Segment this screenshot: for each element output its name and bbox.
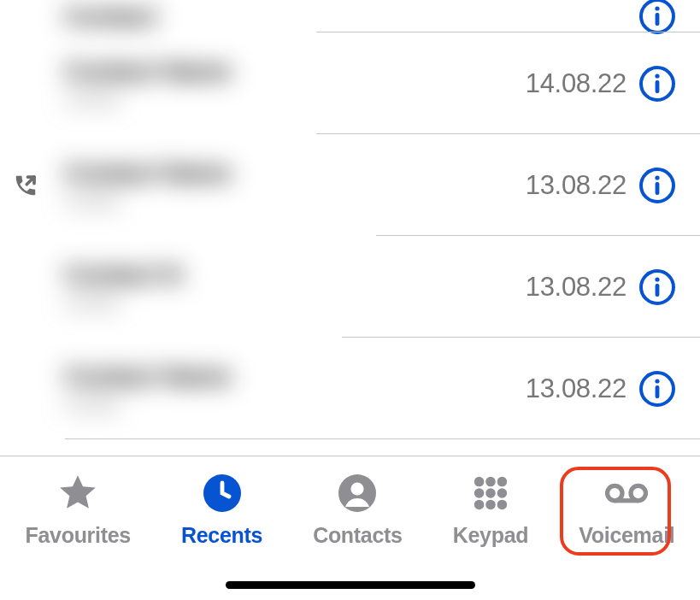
tab-label: Voicemail bbox=[579, 523, 674, 548]
svg-point-24 bbox=[474, 500, 485, 510]
svg-point-21 bbox=[474, 488, 485, 498]
svg-point-13 bbox=[655, 379, 659, 383]
call-row[interactable]: Contact Name mobile 13.08.22 bbox=[0, 338, 700, 439]
svg-rect-5 bbox=[656, 80, 660, 93]
tab-voicemail[interactable]: Voicemail bbox=[579, 472, 674, 600]
call-meta: 13.08.22 bbox=[526, 268, 700, 306]
svg-point-10 bbox=[655, 277, 659, 281]
contact-subtext: mobile bbox=[64, 292, 526, 315]
call-date: 13.08.22 bbox=[526, 374, 626, 404]
info-icon[interactable] bbox=[638, 0, 676, 35]
call-row[interactable]: Contact Name mobile 13.08.22 bbox=[0, 134, 700, 236]
contact-name: Contact N bbox=[64, 260, 526, 289]
tab-label: Recents bbox=[181, 523, 262, 548]
svg-rect-2 bbox=[656, 13, 660, 26]
contact-name: Contact bbox=[64, 2, 626, 31]
tab-label: Contacts bbox=[313, 523, 403, 548]
svg-point-17 bbox=[351, 482, 364, 495]
recents-list: Contact Contact Name mobile 14.08.22 bbox=[0, 0, 700, 456]
svg-rect-11 bbox=[656, 284, 660, 297]
voicemail-icon bbox=[605, 472, 648, 515]
svg-point-1 bbox=[655, 6, 659, 10]
info-icon[interactable] bbox=[638, 268, 676, 306]
call-row[interactable]: Contact N mobile 13.08.22 bbox=[0, 236, 700, 338]
divider bbox=[65, 438, 700, 439]
tab-label: Favourites bbox=[26, 523, 131, 548]
clock-icon bbox=[201, 472, 244, 515]
contact-name: Contact Name bbox=[64, 56, 526, 85]
call-date: 14.08.22 bbox=[526, 68, 626, 99]
outgoing-indicator-slot bbox=[0, 173, 51, 198]
info-icon[interactable] bbox=[638, 370, 676, 408]
call-row[interactable]: Contact Name mobile 14.08.22 bbox=[0, 32, 700, 134]
tab-bar: Favourites Recents Contacts Keypad bbox=[0, 456, 700, 600]
call-meta: 13.08.22 bbox=[526, 370, 700, 408]
tab-favourites[interactable]: Favourites bbox=[26, 472, 131, 600]
svg-point-18 bbox=[474, 477, 485, 487]
svg-point-25 bbox=[485, 500, 496, 510]
contact-name: Contact Name bbox=[64, 158, 526, 187]
call-row[interactable]: Contact bbox=[0, 0, 700, 32]
svg-point-20 bbox=[497, 477, 508, 487]
contact-name: Contact Name bbox=[64, 362, 526, 391]
svg-point-22 bbox=[485, 488, 496, 498]
person-icon bbox=[336, 472, 379, 515]
call-contact-blurred: Contact Name mobile bbox=[51, 362, 526, 416]
call-meta: 13.08.22 bbox=[526, 167, 700, 204]
call-contact-blurred: Contact Name mobile bbox=[51, 158, 526, 213]
call-contact-blurred: Contact bbox=[51, 2, 626, 31]
svg-rect-8 bbox=[656, 182, 660, 195]
svg-point-4 bbox=[655, 74, 659, 78]
contact-subtext: mobile bbox=[64, 191, 526, 213]
svg-point-19 bbox=[485, 477, 496, 487]
svg-point-7 bbox=[655, 175, 659, 179]
svg-point-23 bbox=[497, 488, 508, 498]
call-meta bbox=[626, 0, 700, 35]
contact-subtext: mobile bbox=[64, 89, 526, 111]
call-contact-blurred: Contact Name mobile bbox=[51, 56, 526, 111]
star-icon bbox=[56, 472, 99, 515]
tab-label: Keypad bbox=[453, 523, 529, 548]
info-icon[interactable] bbox=[638, 167, 676, 204]
keypad-icon bbox=[469, 472, 512, 515]
info-icon[interactable] bbox=[638, 65, 676, 103]
call-meta: 14.08.22 bbox=[526, 65, 700, 103]
contact-subtext: mobile bbox=[64, 394, 526, 416]
home-indicator[interactable] bbox=[226, 581, 475, 589]
svg-rect-14 bbox=[656, 385, 660, 398]
call-contact-blurred: Contact N mobile bbox=[51, 260, 526, 315]
call-date: 13.08.22 bbox=[526, 170, 626, 201]
call-date: 13.08.22 bbox=[526, 272, 626, 303]
svg-point-26 bbox=[497, 500, 508, 510]
outgoing-call-icon bbox=[13, 173, 38, 198]
